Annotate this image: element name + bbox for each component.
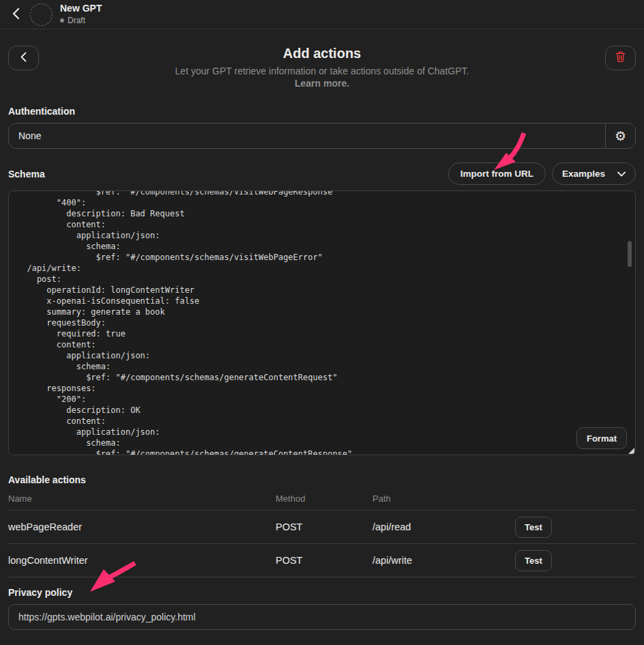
chevron-left-icon [20,52,27,64]
authentication-section: Authentication None ⚙ [8,106,636,149]
privacy-policy-input[interactable] [8,604,636,630]
available-actions-label: Available actions [8,474,636,485]
examples-dropdown-label: Examples [562,169,605,179]
table-header: Name Method Path [8,493,636,511]
action-path: /api/write [372,555,515,566]
gpt-title: New GPT [60,3,102,14]
action-name: longContentWriter [8,555,276,566]
available-actions-section: Available actions Name Method Path webPa… [8,474,636,577]
page-title: Add actions [8,46,636,61]
table-row: webPageReader POST /api/read Test [8,511,636,544]
schema-code[interactable]: $ref: "#/components/schemas/visitWebPage… [9,190,635,455]
trash-icon [614,51,627,66]
page-subtitle: Let your GPT retrieve information or tak… [8,66,636,76]
gpt-avatar-placeholder [30,3,53,26]
status-badge: Draft [68,16,85,25]
schema-editor[interactable]: $ref: "#/components/schemas/visitWebPage… [8,190,636,455]
import-from-url-button[interactable]: Import from URL [448,162,546,185]
authentication-group: None ⚙ [8,123,636,149]
delete-action-button[interactable] [605,46,636,70]
table-row: longContentWriter POST /api/write Test [8,544,636,577]
status-dot-icon [60,18,64,23]
scrollbar-thumb[interactable] [628,241,632,267]
examples-dropdown[interactable]: Examples [552,162,636,185]
test-button[interactable]: Test [515,550,552,571]
schema-label: Schema [8,169,45,180]
gpt-status: Draft [60,16,102,25]
back-button[interactable] [5,3,26,26]
authentication-label: Authentication [8,106,636,117]
column-header-path: Path [372,493,515,504]
chevron-left-icon [12,8,20,22]
action-method: POST [276,521,372,532]
gpt-identity: New GPT Draft [60,3,102,25]
privacy-policy-section: Privacy policy [8,587,636,630]
schema-buttons: Import from URL Examples [448,162,636,185]
action-method: POST [276,555,372,566]
schema-toolbar: Schema Import from URL Examples [8,162,636,185]
action-name: webPageReader [8,521,276,532]
learn-more-link[interactable]: Learn more. [295,78,349,89]
action-path: /api/read [372,521,515,532]
test-button[interactable]: Test [515,517,552,538]
chevron-down-icon [617,169,626,179]
column-header-method: Method [276,493,372,504]
gear-icon: ⚙ [615,128,626,144]
back-to-editor-button[interactable] [8,46,39,70]
resize-handle[interactable] [628,448,634,454]
authentication-select[interactable]: None [9,124,605,148]
content: Add actions Let your GPT retrieve inform… [0,29,644,630]
format-button[interactable]: Format [576,427,627,449]
authentication-settings-button[interactable]: ⚙ [605,124,635,148]
column-header-name: Name [8,493,276,504]
topbar: New GPT Draft [0,0,644,29]
privacy-policy-label: Privacy policy [8,587,636,598]
add-actions-page: New GPT Draft [0,0,644,645]
actions-header: Add actions Let your GPT retrieve inform… [8,29,636,89]
